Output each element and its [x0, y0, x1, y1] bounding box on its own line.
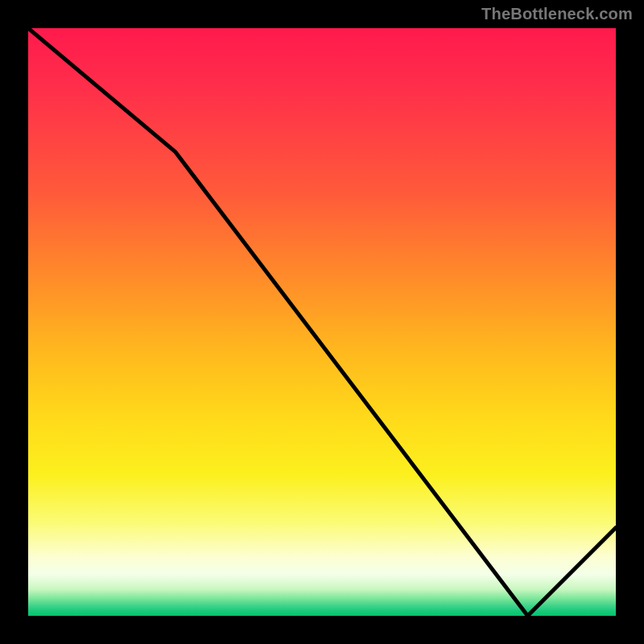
- watermark-text: TheBottleneck.com: [481, 5, 633, 23]
- chart-frame: TheBottleneck.com: [0, 0, 644, 644]
- bottleneck-curve: [28, 28, 616, 616]
- curve-path: [28, 28, 616, 616]
- plot-area: [28, 28, 616, 616]
